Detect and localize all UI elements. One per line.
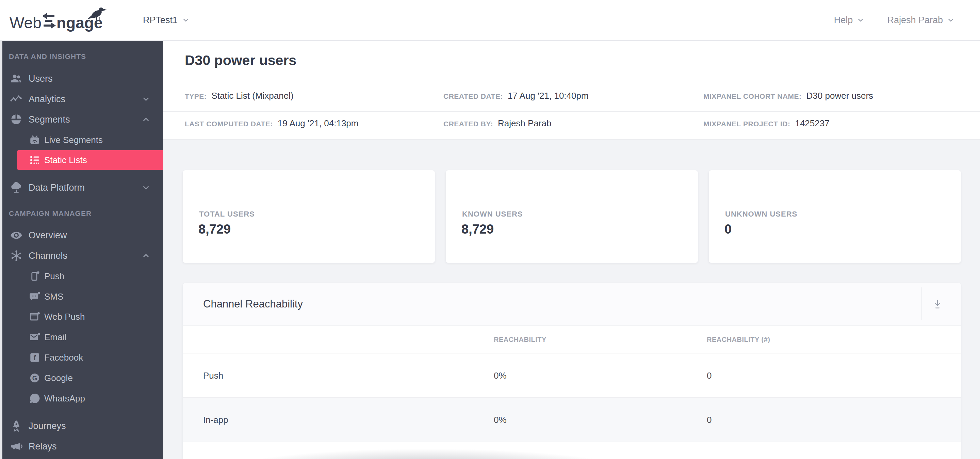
known-users-card: KNOWN USERS 8,729: [446, 170, 698, 263]
sidebar-item-google[interactable]: G Google: [0, 368, 163, 388]
unknown-users-card: UNKNOWN USERS 0: [709, 170, 961, 263]
meta-value: Rajesh Parab: [498, 118, 552, 129]
stat-value: 8,729: [198, 222, 231, 237]
sidebar-item-label: Push: [44, 271, 64, 282]
analytics-icon: [10, 92, 23, 106]
stat-value: 0: [724, 222, 732, 237]
relays-megaphone-icon: [10, 440, 23, 453]
meta-label: CREATED DATE:: [443, 92, 503, 100]
sidebar-item-label: WhatsApp: [44, 393, 85, 404]
column-header-reachability-count: REACHABILITY (#): [707, 325, 770, 354]
stat-label: UNKNOWN USERS: [725, 210, 797, 218]
meta-label: MIXPANEL COHORT NAME:: [703, 92, 802, 100]
sidebar-item-channels[interactable]: Channels: [0, 246, 163, 266]
data-platform-cloud-icon: [10, 181, 23, 194]
sidebar-item-push[interactable]: Push: [0, 266, 163, 286]
meta-value: D30 power users: [807, 91, 873, 101]
channels-hub-icon: [10, 249, 23, 263]
topbar-right: Help Rajesh Parab: [834, 0, 955, 40]
divider: [921, 287, 921, 320]
sidebar-item-label: Relays: [29, 441, 57, 452]
total-users-card: TOTAL USERS 8,729: [183, 170, 435, 263]
stat-value: 8,729: [461, 222, 494, 237]
facebook-icon: f: [29, 351, 41, 363]
sidebar-item-journeys[interactable]: Journeys: [0, 416, 163, 436]
user-menu[interactable]: Rajesh Parab: [887, 15, 955, 26]
sidebar-item-email[interactable]: Email: [0, 327, 163, 347]
meta-label: MIXPANEL PROJECT ID:: [703, 120, 790, 128]
eye-icon: [10, 228, 23, 242]
sidebar-item-label: SMS: [44, 292, 63, 302]
webengage-logo-graphic: Web ngage: [10, 5, 111, 35]
channel-name-cell: In-app: [203, 398, 228, 442]
meta-value: 1425237: [795, 118, 829, 129]
sidebar-item-label: Facebook: [44, 352, 83, 363]
chevron-up-icon: [142, 115, 150, 124]
sidebar-item-static-lists[interactable]: Static Lists: [17, 150, 163, 170]
reachability-percent-cell: 0%: [494, 398, 507, 442]
sidebar-item-sms[interactable]: SMS: [0, 287, 163, 306]
chevron-down-icon: [947, 16, 955, 24]
users-icon: [10, 72, 23, 86]
reachability-count-cell: 0: [707, 398, 711, 442]
user-name: Rajesh Parab: [887, 15, 943, 26]
sidebar-item-label: Journeys: [29, 421, 66, 432]
panel-header: Channel Reachability: [183, 283, 961, 325]
sidebar-item-data-platform[interactable]: Data Platform: [0, 178, 163, 198]
sidebar-item-relays[interactable]: Relays: [0, 437, 163, 456]
sidebar-item-analytics[interactable]: Analytics: [0, 89, 163, 109]
sidebar-item-label: Live Segments: [44, 135, 103, 145]
email-envelope-icon: [29, 331, 41, 343]
sidebar-item-segments[interactable]: Segments: [0, 110, 163, 129]
sidebar-item-label: Email: [44, 332, 66, 343]
webengage-dashboard: Web ngage R: [0, 0, 980, 459]
sidebar-item-whatsapp[interactable]: WhatsApp: [0, 389, 163, 408]
reachability-percent-cell: 0%: [494, 354, 507, 398]
table-row: In-app 0% 0: [183, 398, 961, 442]
sidebar-item-label: Channels: [29, 250, 67, 261]
journeys-rocket-icon: [10, 419, 23, 433]
panel-title: Channel Reachability: [203, 283, 303, 325]
sidebar-item-label: Google: [44, 373, 73, 383]
reachability-count-cell: 0: [707, 354, 711, 398]
google-icon: G: [29, 372, 41, 384]
sidebar-item-label: Users: [29, 73, 53, 84]
segments-icon: [10, 113, 23, 126]
logo-text-web: Web: [10, 14, 41, 32]
sms-chat-icon: [29, 290, 41, 303]
svg-text:G: G: [32, 375, 37, 382]
user-stats-cards: TOTAL USERS 8,729 KNOWN USERS 8,729 UNKN…: [183, 170, 961, 263]
chevron-up-icon: [142, 251, 150, 260]
svg-text:f: f: [34, 354, 36, 362]
section-data-and-insights: DATA AND INSIGHTS: [9, 53, 86, 61]
meta-project-id: MIXPANEL PROJECT ID: 1425237: [703, 118, 830, 129]
chevron-down-icon: [142, 95, 150, 104]
meta-type: TYPE: Static List (Mixpanel): [185, 91, 294, 101]
column-header-reachability: REACHABILITY: [494, 325, 546, 354]
section-campaign-manager: CAMPAIGN MANAGER: [9, 209, 92, 218]
help-menu[interactable]: Help: [834, 15, 865, 26]
sidebar-item-label: Segments: [29, 115, 70, 125]
logo-arrow-e-icon: [42, 13, 56, 29]
channel-reachability-panel: Channel Reachability REACHABILITY REACHA…: [183, 283, 961, 459]
static-lists-icon: [29, 154, 41, 166]
sidebar-item-label: Analytics: [29, 94, 65, 105]
meta-label: LAST COMPUTED DATE:: [185, 120, 273, 128]
table-header-row: REACHABILITY REACHABILITY (#): [183, 325, 961, 354]
sidebar-item-label: Overview: [29, 230, 67, 241]
sidebar-item-overview[interactable]: Overview: [0, 225, 163, 245]
page-header: D30 power users TYPE: Static List (Mixpa…: [163, 40, 980, 140]
table-row: Push 0% 0: [183, 354, 961, 398]
download-icon: [932, 298, 943, 310]
download-button[interactable]: [929, 296, 946, 312]
meta-last-computed: LAST COMPUTED DATE: 19 Aug '21, 04:13pm: [185, 118, 358, 129]
workspace-selector[interactable]: RPTest1: [143, 0, 190, 40]
webengage-logo[interactable]: Web ngage: [10, 5, 111, 35]
sidebar-item-web-push[interactable]: Web Push: [0, 307, 163, 327]
sidebar-item-live-segments[interactable]: Live Segments: [0, 130, 163, 150]
sidebar-item-facebook[interactable]: f Facebook: [0, 347, 163, 367]
sidebar-item-users[interactable]: Users: [0, 69, 163, 89]
chevron-down-icon: [182, 16, 190, 24]
whatsapp-icon: [29, 392, 41, 405]
sidebar-item-label: Web Push: [44, 312, 85, 322]
